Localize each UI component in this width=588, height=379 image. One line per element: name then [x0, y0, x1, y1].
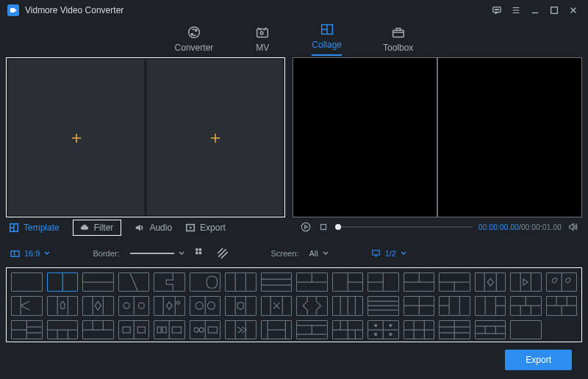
work-area: ＋ ＋: [0, 57, 588, 217]
svg-point-36: [390, 324, 392, 326]
aspect-value: 16:9: [24, 249, 40, 258]
template-cell[interactable]: [118, 320, 150, 339]
subtab-export[interactable]: Export: [185, 223, 226, 233]
template-cell[interactable]: [47, 272, 79, 292]
svg-rect-31: [172, 327, 181, 333]
template-cell[interactable]: [332, 272, 364, 292]
template-cell[interactable]: [368, 272, 399, 292]
template-cell[interactable]: [261, 320, 293, 339]
template-cell[interactable]: [439, 272, 470, 292]
collage-icon: [319, 22, 335, 37]
template-cell[interactable]: [510, 320, 542, 339]
subtab-filter[interactable]: Filter: [73, 220, 122, 236]
template-cell[interactable]: [190, 296, 221, 315]
template-cell[interactable]: [546, 296, 578, 315]
time-display: 00:00:00.00/00:00:01.00: [478, 223, 562, 231]
page-select[interactable]: 1/2: [371, 249, 406, 258]
template-cell[interactable]: [332, 296, 364, 315]
play-button[interactable]: [300, 221, 312, 233]
template-cell[interactable]: [154, 296, 185, 315]
screen-select[interactable]: All: [309, 249, 328, 258]
template-cell[interactable]: [82, 320, 114, 339]
main-tabs: Converter MV Collage Toolbox: [0, 21, 588, 57]
caret-down-icon: [44, 250, 50, 256]
template-cell[interactable]: [368, 296, 399, 315]
maximize-icon[interactable]: [547, 3, 562, 18]
template-cell[interactable]: [439, 296, 470, 315]
template-cell[interactable]: [439, 320, 470, 339]
template-cell[interactable]: [118, 272, 150, 292]
template-cell[interactable]: [296, 320, 328, 339]
aspect-select[interactable]: 16:9: [10, 249, 50, 259]
border-color-button[interactable]: [195, 248, 207, 259]
template-cell[interactable]: [404, 296, 435, 315]
screen-value: All: [309, 249, 318, 258]
preview-left: [293, 58, 434, 217]
stop-button[interactable]: [318, 221, 329, 233]
template-cell[interactable]: [475, 296, 506, 315]
template-cell[interactable]: [404, 320, 435, 339]
template-cell[interactable]: [546, 272, 578, 292]
template-cell[interactable]: [154, 272, 185, 292]
template-cell[interactable]: [225, 320, 257, 339]
template-cell[interactable]: [82, 272, 114, 292]
template-cell[interactable]: [11, 272, 43, 292]
template-cell[interactable]: [154, 320, 185, 339]
svg-point-37: [375, 333, 377, 335]
template-cell[interactable]: [190, 320, 221, 339]
template-cell[interactable]: [225, 296, 257, 315]
close-icon[interactable]: [566, 3, 581, 18]
collage-slot-1[interactable]: ＋: [8, 59, 144, 215]
template-cell[interactable]: [11, 320, 43, 339]
caret-down-icon: [401, 250, 406, 256]
template-cell[interactable]: [475, 272, 506, 292]
filter-icon: [79, 223, 90, 233]
subtab-template[interactable]: Template: [9, 223, 60, 233]
preview-right: [441, 58, 581, 217]
svg-point-6: [189, 27, 200, 38]
tab-mv[interactable]: MV: [254, 25, 270, 53]
template-cell[interactable]: [47, 320, 79, 339]
export-button[interactable]: Export: [505, 350, 572, 370]
template-row: [11, 272, 577, 292]
seek-thumb[interactable]: [335, 224, 341, 230]
subtab-audio[interactable]: Audio: [135, 223, 172, 233]
svg-rect-14: [321, 225, 326, 230]
subtab-label: Audio: [149, 223, 172, 233]
menu-icon[interactable]: [509, 3, 523, 18]
tab-toolbox[interactable]: Toolbox: [383, 25, 413, 53]
template-cell[interactable]: [510, 296, 542, 315]
feedback-icon[interactable]: [490, 3, 504, 18]
border-style-select[interactable]: [130, 250, 184, 256]
seek-track[interactable]: [335, 226, 473, 228]
tab-collage[interactable]: Collage: [312, 22, 342, 56]
template-cell[interactable]: [118, 296, 150, 315]
template-cell[interactable]: [296, 272, 328, 292]
subtab-label: Filter: [94, 223, 114, 233]
minimize-icon[interactable]: [528, 3, 542, 18]
template-cell[interactable]: [261, 296, 293, 315]
template-cell[interactable]: [475, 320, 506, 339]
caret-down-icon: [179, 250, 184, 256]
tab-converter[interactable]: Converter: [175, 25, 214, 53]
template-cell[interactable]: [510, 272, 542, 292]
template-cell[interactable]: [261, 272, 293, 292]
tab-label: Collage: [312, 40, 342, 50]
template-cell[interactable]: [47, 296, 79, 315]
template-cell[interactable]: [225, 272, 257, 292]
collage-slot-2[interactable]: ＋: [147, 59, 283, 215]
mv-icon: [254, 25, 270, 40]
playback-bar: 00:00:00.00/00:00:01.00: [300, 219, 579, 235]
template-cell[interactable]: [190, 272, 221, 292]
svg-point-4: [498, 10, 499, 10]
template-cell[interactable]: [404, 272, 435, 292]
template-cell[interactable]: [332, 320, 364, 339]
template-cell[interactable]: [368, 320, 399, 339]
template-cell[interactable]: [296, 296, 328, 315]
svg-rect-7: [257, 29, 268, 37]
volume-button[interactable]: [567, 221, 579, 233]
template-cell[interactable]: [11, 296, 43, 315]
template-cell[interactable]: [82, 296, 114, 315]
audio-icon: [135, 223, 145, 233]
border-pattern-button[interactable]: [217, 248, 229, 259]
